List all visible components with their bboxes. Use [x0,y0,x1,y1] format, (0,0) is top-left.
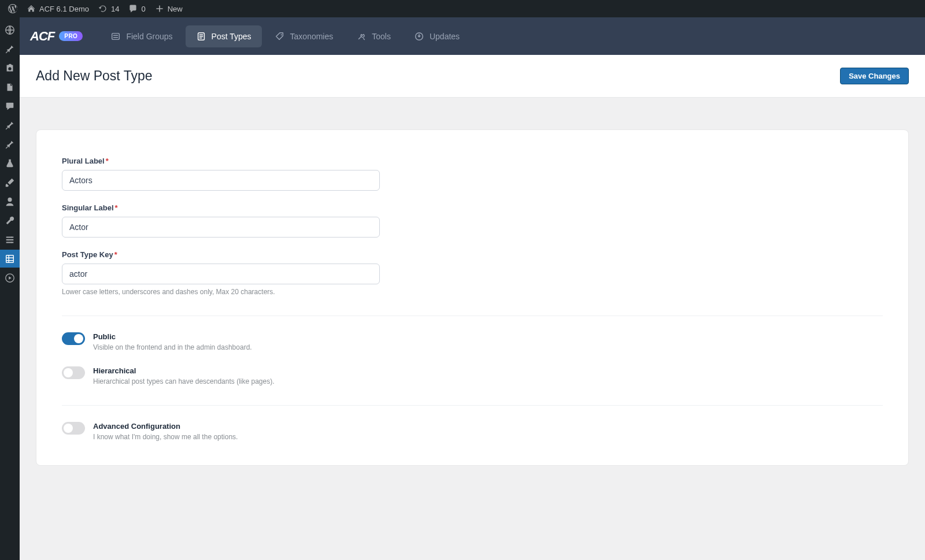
svg-rect-4 [6,255,14,262]
svg-point-1 [10,236,12,238]
media-icon [5,63,15,73]
download-icon [414,31,424,42]
pin-icon [5,139,15,150]
divider [62,316,883,316]
singular-label-input[interactable] [62,217,380,238]
nav-label: Post Types [212,32,251,41]
acf-nav: Field Groups Post Types Taxonomies Tools… [100,25,470,47]
list-icon [110,31,121,42]
comments-link[interactable]: 0 [124,4,150,13]
wordpress-icon [8,4,17,13]
sidebar-item-appearance[interactable] [0,173,20,191]
hierarchical-label: Hierarchical [93,366,275,375]
plural-label-input[interactable] [62,170,380,191]
acf-logo-wrap: ACF PRO [30,29,83,44]
plus-icon [155,4,164,13]
advanced-desc: I know what I'm doing, show me all the o… [93,433,238,441]
book-icon [5,82,15,92]
nav-tools[interactable]: Tools [346,25,401,47]
toggle-hierarchical: Hierarchical Hierarchical post types can… [62,366,883,385]
toggle-advanced: Advanced Configuration I know what I'm d… [62,422,883,441]
sidebar-item-users[interactable] [0,192,20,210]
nav-updates[interactable]: Updates [404,25,470,47]
sliders-icon [5,235,15,245]
site-name: ACF 6.1 Demo [39,5,89,13]
svg-point-3 [10,242,12,243]
sidebar-item-collapse[interactable] [0,269,20,287]
updates-count: 14 [111,5,119,13]
wp-sidebar [0,17,20,560]
advanced-label: Advanced Configuration [93,422,238,431]
sidebar-item-pages[interactable] [0,78,20,96]
divider [62,405,883,406]
field-singular-label: Singular Label* [62,203,380,238]
lab-icon [5,158,15,169]
globe-icon [5,25,15,35]
public-desc: Visible on the frontend and in the admin… [93,343,252,351]
page-titlebar: Add New Post Type Save Changes [20,55,925,98]
wrench-icon [5,216,15,226]
advanced-switch[interactable] [62,422,85,435]
field-plural-label: Plural Label* [62,157,380,191]
sidebar-item-pin3[interactable] [0,135,20,153]
required-indicator: * [106,157,109,165]
wp-logo[interactable] [3,4,22,13]
nav-taxonomies[interactable]: Taxonomies [264,25,344,47]
tools-icon [356,31,367,42]
chat-icon [5,101,15,112]
updates-link[interactable]: 14 [94,4,124,13]
svg-point-8 [280,34,282,35]
save-button[interactable]: Save Changes [840,68,909,84]
sidebar-item-dashboard[interactable] [0,21,20,39]
pin-icon [5,44,15,54]
acf-logo: ACF [30,29,54,44]
new-label: New [168,5,183,13]
nav-post-types[interactable]: Post Types [186,25,262,47]
site-link[interactable]: ACF 6.1 Demo [22,4,94,13]
nav-label: Updates [430,32,460,41]
acf-header: ACF PRO Field Groups Post Types Taxonomi… [20,17,925,55]
refresh-icon [98,4,108,13]
user-icon [5,196,15,207]
nav-label: Field Groups [126,32,172,41]
sidebar-item-comments[interactable] [0,97,20,115]
public-label: Public [93,332,252,341]
comments-count: 0 [141,5,145,13]
sidebar-item-pin2[interactable] [0,116,20,134]
nav-field-groups[interactable]: Field Groups [100,25,183,47]
sidebar-item-pin1[interactable] [0,40,20,58]
new-link[interactable]: New [150,4,187,13]
grid-icon [5,254,15,264]
plural-label-label: Plural Label* [62,157,380,165]
page-title: Add New Post Type [36,68,153,84]
home-icon [27,4,36,13]
pro-badge: PRO [59,31,83,41]
svg-point-2 [8,239,9,240]
singular-label-label: Singular Label* [62,203,380,212]
sidebar-item-media[interactable] [0,59,20,77]
post-icon [196,31,206,42]
settings-card: Plural Label* Singular Label* Post Type … [36,129,909,466]
hierarchical-switch[interactable] [62,366,85,379]
required-indicator: * [115,203,118,212]
brush-icon [5,177,15,188]
field-post-type-key: Post Type Key* Lower case letters, under… [62,250,380,296]
svg-rect-6 [112,33,120,39]
hierarchical-desc: Hierarchical post types can have descend… [93,377,275,385]
public-switch[interactable] [62,332,85,345]
wp-adminbar: ACF 6.1 Demo 14 0 New [0,0,925,17]
key-input[interactable] [62,264,380,284]
content-wrap: Plural Label* Singular Label* Post Type … [20,98,925,482]
play-icon [5,273,15,283]
comment-icon [128,4,138,13]
key-label: Post Type Key* [62,250,380,259]
toggle-public: Public Visible on the frontend and in th… [62,332,883,351]
sidebar-item-acf[interactable] [0,250,20,268]
tag-icon [275,31,285,42]
sidebar-item-lab[interactable] [0,154,20,172]
sidebar-item-tools[interactable] [0,212,20,229]
nav-label: Taxonomies [290,32,334,41]
nav-label: Tools [372,32,391,41]
key-help: Lower case letters, underscores and dash… [62,288,380,296]
sidebar-item-settings[interactable] [0,231,20,249]
